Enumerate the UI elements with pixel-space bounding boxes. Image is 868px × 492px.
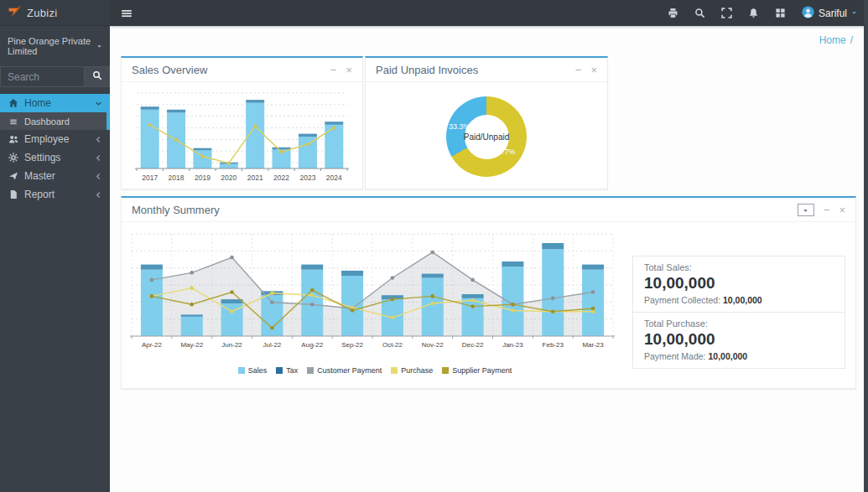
sidebar-item-settings[interactable]: Settings: [0, 148, 110, 167]
sidebar-menu: HomeDashboardEmployeeSettingsMasterRepor…: [0, 94, 110, 204]
fullscreen-icon[interactable]: [721, 8, 732, 18]
users-icon: [8, 134, 18, 144]
legend-label: Customer Payment: [317, 366, 382, 375]
legend-label: Sales: [248, 366, 268, 375]
hamburger-icon[interactable]: [110, 8, 143, 19]
svg-text:Nov-22: Nov-22: [422, 341, 444, 349]
company-selector[interactable]: Pine Orange Private Limited: [0, 26, 110, 60]
sidebar-item-label: Master: [24, 170, 55, 182]
sidebar-item-master[interactable]: Master: [0, 167, 110, 185]
sales-overview-svg: 20172018201920202021202220232024: [132, 85, 352, 189]
breadcrumb: Home /: [110, 26, 868, 49]
main-content: Home / Sales Overview − × 20172018201920…: [110, 26, 868, 492]
monthly-summary-title: Monthly Summery: [132, 204, 220, 216]
cards-area: Sales Overview − × 201720182019202020212…: [110, 49, 868, 389]
svg-text:Jun-22: Jun-22: [221, 341, 242, 349]
sidebar-item-home[interactable]: Home: [0, 94, 110, 112]
monthly-summary-chart: Apr-22May-22Jun-22Jul-22Aug-22Sep-22Oct-…: [128, 229, 621, 375]
payment-collected: Payment Collected: 10,00,000: [644, 295, 834, 305]
close-button[interactable]: ×: [590, 65, 597, 75]
legend-swatch: [391, 367, 398, 374]
svg-text:2021: 2021: [247, 173, 263, 182]
file-icon: [8, 189, 18, 199]
sales-overview-title: Sales Overview: [132, 64, 207, 76]
svg-text:Oct-22: Oct-22: [382, 341, 403, 349]
search-button[interactable]: [84, 66, 110, 87]
svg-text:Jul-22: Jul-22: [263, 341, 282, 349]
svg-text:Apr-22: Apr-22: [142, 341, 163, 349]
search-input[interactable]: [0, 66, 84, 87]
svg-text:Dec-22: Dec-22: [462, 341, 484, 349]
summary-panel: Total Sales: 10,00,000 Payment Collected…: [632, 256, 845, 375]
legend-label: Purchase: [401, 366, 433, 375]
user-name: Sariful: [819, 8, 847, 19]
sidebar-item-dashboard[interactable]: Dashboard: [0, 112, 107, 130]
sales-overview-chart: 20172018201920202021202220232024: [122, 82, 362, 192]
chevron-left-icon: [95, 136, 102, 143]
chevron-left-icon: [95, 173, 102, 180]
paid-unpaid-chart: 33.3% 66.7% Paid/Unpaid: [366, 82, 607, 191]
paid-unpaid-header: Paid Unpaid Invoices − ×: [366, 58, 607, 82]
sidebar-item-report[interactable]: Report: [0, 185, 110, 204]
breadcrumb-home-link[interactable]: Home: [819, 34, 846, 46]
svg-text:2020: 2020: [221, 173, 236, 182]
legend-item-tax[interactable]: Tax: [276, 366, 298, 375]
scrollbar-track[interactable]: [864, 0, 868, 492]
company-name: Pine Orange Private Limited: [8, 36, 93, 56]
grid-icon[interactable]: [775, 8, 786, 18]
sidebar-item-employee[interactable]: Employee: [0, 130, 110, 148]
svg-text:2017: 2017: [142, 173, 158, 182]
svg-text:Aug-22: Aug-22: [301, 341, 323, 349]
sales-overview-card: Sales Overview − × 201720182019202020212…: [121, 56, 363, 189]
home-icon: [8, 98, 18, 108]
svg-text:Mar-23: Mar-23: [582, 341, 604, 349]
donut-center-label: Paid/Unpaid: [464, 132, 509, 142]
sidebar: Zubizi Pine Orange Private Limited HomeD…: [0, 0, 110, 492]
svg-text:Sep-22: Sep-22: [341, 341, 363, 349]
close-button[interactable]: ×: [839, 205, 845, 215]
search-icon[interactable]: [694, 8, 705, 18]
svg-text:May-22: May-22: [180, 341, 203, 349]
svg-text:2022: 2022: [273, 173, 289, 182]
close-button[interactable]: ×: [346, 65, 352, 75]
svg-text:2024: 2024: [326, 173, 342, 182]
total-purchase-label: Total Purchase:: [644, 319, 834, 329]
sidebar-item-label: Settings: [24, 152, 60, 163]
svg-text:Jan-23: Jan-23: [502, 341, 523, 349]
total-purchase-value: 10,00,000: [644, 330, 834, 349]
sidebar-item-label: Employee: [24, 133, 69, 145]
chevron-left-icon: [95, 154, 102, 162]
legend-item-purchase[interactable]: Purchase: [391, 366, 433, 375]
logo[interactable]: Zubizi: [0, 0, 110, 26]
caret-down-icon: [96, 44, 102, 49]
chart-options-select[interactable]: [798, 204, 814, 216]
total-sales-label: Total Sales:: [644, 262, 834, 272]
sidebar-search: [0, 66, 110, 87]
sidebar-item-label: Dashboard: [24, 117, 70, 127]
paid-unpaid-card: Paid Unpaid Invoices − × 33.3% 66.7% Pai…: [365, 56, 608, 189]
payment-made: Payment Made: 10,00,000: [644, 351, 834, 361]
legend-swatch: [276, 367, 283, 374]
chevron-down-icon: [95, 100, 102, 107]
minimize-button[interactable]: −: [824, 205, 830, 215]
svg-text:2018: 2018: [169, 173, 185, 182]
send-icon: [8, 171, 18, 181]
svg-text:Feb-23: Feb-23: [543, 341, 564, 349]
caret-down-icon: [803, 204, 808, 216]
legend-label: Supplier Payment: [452, 366, 512, 375]
donut-chart: 33.3% 66.7% Paid/Unpaid: [446, 96, 527, 177]
minimize-button[interactable]: −: [330, 65, 337, 75]
legend-swatch: [307, 367, 314, 374]
minimize-button[interactable]: −: [575, 65, 582, 75]
legend-item-sales[interactable]: Sales: [238, 366, 268, 375]
print-icon[interactable]: [668, 8, 678, 18]
zubizi-logo-icon: [8, 4, 21, 21]
svg-text:2023: 2023: [299, 173, 315, 182]
legend-item-supplier-payment[interactable]: Supplier Payment: [442, 366, 512, 375]
monthly-summary-svg: Apr-22May-22Jun-22Jul-22Aug-22Sep-22Oct-…: [128, 229, 621, 361]
bell-icon[interactable]: [748, 8, 759, 18]
user-menu[interactable]: Sariful: [802, 6, 857, 21]
legend-item-customer-payment[interactable]: Customer Payment: [307, 366, 382, 375]
legend-swatch: [442, 367, 449, 374]
total-sales-value: 10,00,000: [644, 274, 834, 293]
